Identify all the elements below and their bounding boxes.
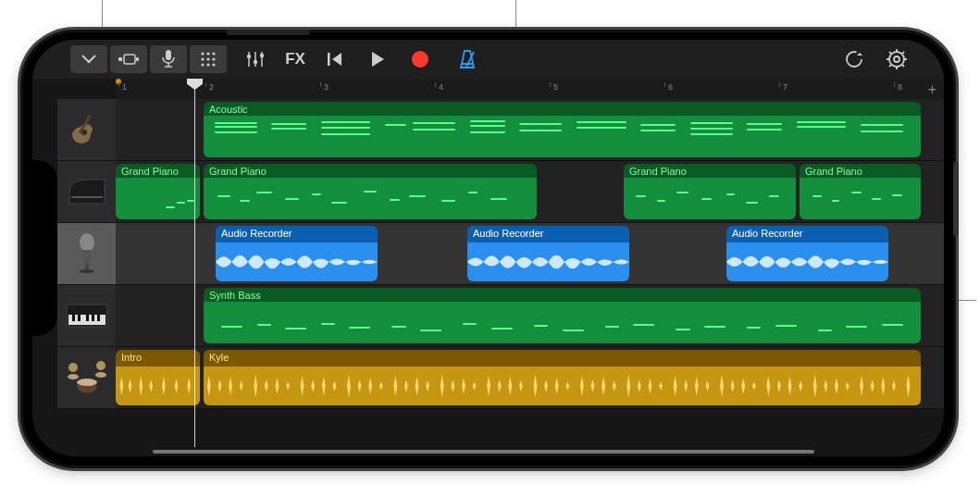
track-headers — [57, 99, 116, 447]
region-midi[interactable]: Grand Piano — [624, 164, 796, 219]
svg-line-35 — [889, 65, 891, 67]
region-midi[interactable]: Synth Bass — [204, 288, 921, 343]
record-button[interactable] — [401, 44, 440, 75]
horizontal-scrollbar[interactable] — [153, 450, 814, 454]
region-label: Audio Recorder — [221, 228, 372, 239]
svg-point-9 — [201, 57, 204, 60]
ruler-bar: 3 — [320, 82, 329, 87]
region-label: Intro — [121, 352, 194, 363]
phone-notch — [32, 160, 57, 336]
svg-point-7 — [206, 52, 209, 55]
track-row[interactable]: Acoustic — [116, 99, 944, 161]
track-row[interactable]: Grand Piano Grand Piano Grand Piano — [116, 161, 944, 223]
midi-notes — [207, 180, 533, 217]
svg-point-55 — [68, 363, 78, 372]
scrollbar-thumb[interactable] — [153, 450, 814, 454]
svg-point-54 — [95, 372, 106, 378]
tracks-view-button[interactable] — [110, 45, 147, 73]
rewind-icon — [327, 51, 343, 68]
region-audio[interactable]: Audio Recorder — [726, 226, 888, 281]
phone-top-button — [227, 30, 310, 35]
region-midi[interactable]: Grand Piano — [204, 164, 537, 219]
playhead[interactable] — [194, 79, 195, 447]
region-drummer[interactable]: Intro — [116, 350, 200, 405]
svg-point-10 — [206, 57, 209, 60]
svg-rect-47 — [78, 315, 81, 321]
play-icon — [370, 51, 385, 68]
grid-icon — [200, 51, 217, 68]
mixer-icon — [245, 51, 266, 68]
midi-notes — [207, 118, 917, 155]
tracks-area[interactable]: Acoustic — [116, 99, 944, 447]
track-row[interactable]: Audio Recorder Audio Recorder Audio Reco… — [116, 223, 944, 285]
nav-group — [69, 45, 228, 73]
track-row[interactable]: Intro Kyle — [116, 347, 944, 409]
region-label: Audio Recorder — [473, 228, 624, 239]
region-midi[interactable]: Grand Piano — [800, 164, 921, 219]
metronome-icon — [458, 49, 477, 69]
region-midi[interactable]: Grand Piano — [116, 164, 200, 219]
region-drummer[interactable]: Kyle — [204, 350, 921, 405]
midi-notes — [119, 180, 196, 217]
region-midi[interactable]: Acoustic — [204, 102, 921, 157]
svg-point-53 — [68, 374, 79, 379]
waveform — [116, 370, 200, 402]
region-audio[interactable]: Audio Recorder — [467, 226, 629, 281]
track-row[interactable]: Synth Bass — [116, 285, 944, 347]
svg-line-33 — [902, 65, 904, 67]
region-label: Synth Bass — [209, 290, 915, 301]
instrument-button[interactable] — [150, 45, 187, 73]
svg-rect-48 — [86, 315, 89, 321]
svg-line-34 — [902, 52, 904, 54]
svg-point-19 — [254, 60, 257, 64]
ruler[interactable]: 1 2 3 4 5 6 7 8 + — [116, 79, 944, 99]
loop-icon — [844, 49, 864, 69]
track-header-drums[interactable] — [57, 347, 116, 409]
ruler-bar: 4 — [435, 82, 443, 87]
loop-browser-button[interactable] — [190, 45, 227, 73]
record-icon — [411, 50, 429, 68]
add-section-button[interactable]: + — [928, 81, 937, 98]
svg-point-12 — [201, 63, 204, 66]
drums-icon — [66, 360, 108, 395]
svg-point-56 — [96, 361, 105, 370]
waveform — [216, 246, 378, 278]
menu-button[interactable] — [70, 45, 107, 73]
track-header-microphone[interactable] — [57, 223, 116, 285]
track-header-piano[interactable] — [57, 161, 116, 223]
phone-device-frame: FX — [23, 32, 953, 466]
fx-label: FX — [285, 50, 305, 68]
svg-point-18 — [247, 55, 251, 58]
svg-point-26 — [889, 52, 904, 67]
midi-notes — [207, 305, 917, 341]
tracks-view-icon — [118, 53, 139, 66]
go-to-beginning-button[interactable] — [316, 44, 354, 75]
svg-rect-2 — [136, 57, 139, 61]
ruler-bar: 2 — [205, 82, 214, 87]
track-header-guitar[interactable] — [57, 99, 116, 161]
ruler-bar: 5 — [550, 82, 558, 87]
ruler-bar: 6 — [664, 82, 673, 87]
svg-point-22 — [412, 51, 428, 68]
region-label: Audio Recorder — [732, 228, 883, 239]
midi-notes — [627, 180, 792, 217]
svg-rect-3 — [166, 50, 171, 60]
fx-button[interactable]: FX — [279, 44, 312, 75]
settings-button[interactable] — [877, 44, 916, 75]
chevron-down-icon — [81, 55, 96, 64]
loop-button[interactable] — [835, 44, 874, 75]
svg-point-6 — [201, 52, 204, 55]
track-controls-button[interactable] — [236, 44, 275, 75]
region-label: Acoustic — [209, 104, 915, 115]
phone-side-button — [953, 162, 959, 236]
play-button[interactable] — [358, 44, 397, 75]
svg-rect-21 — [328, 53, 330, 66]
region-label: Grand Piano — [805, 166, 915, 177]
track-header-keyboard[interactable] — [57, 285, 116, 347]
region-audio[interactable]: Audio Recorder — [216, 226, 378, 281]
region-label: Grand Piano — [629, 166, 790, 177]
mic-icon — [162, 50, 175, 68]
waveform — [726, 246, 888, 278]
gear-icon — [887, 49, 907, 69]
metronome-button[interactable] — [448, 44, 487, 75]
